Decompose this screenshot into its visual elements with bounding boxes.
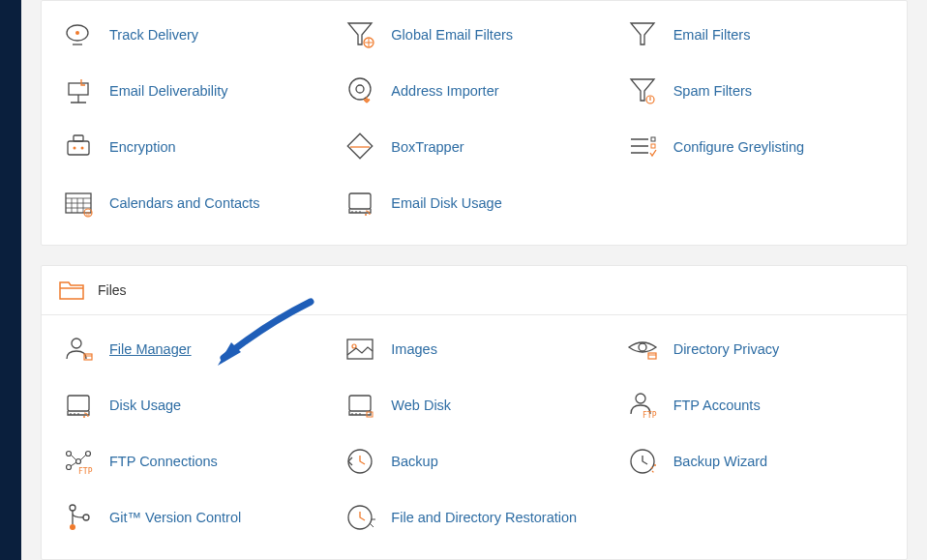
label: Directory Privacy <box>673 340 780 359</box>
label: Web Disk <box>391 397 451 415</box>
label: Images <box>391 340 437 359</box>
svg-text:FTP: FTP <box>643 411 657 420</box>
item-email-deliverability[interactable]: Email Deliverability <box>51 63 333 119</box>
ftp-connections-icon: FTP <box>59 445 98 478</box>
email-disk-usage-icon <box>341 187 379 220</box>
email-deliverability-icon <box>59 74 98 107</box>
web-disk-icon <box>341 389 379 422</box>
label: Disk Usage <box>109 397 181 415</box>
label: Backup <box>391 453 437 471</box>
label: Calendars and Contacts <box>109 194 260 213</box>
svg-rect-25 <box>68 396 89 411</box>
item-address-importer[interactable]: Address Importer <box>333 63 614 119</box>
svg-point-19 <box>72 339 81 348</box>
svg-point-26 <box>83 416 85 418</box>
files-grid: File Manager Images <box>42 315 907 559</box>
images-icon <box>341 333 379 366</box>
label: Global Email Filters <box>391 26 513 44</box>
svg-point-32 <box>86 452 91 457</box>
label: Address Importer <box>391 82 498 101</box>
files-title: Files <box>98 282 127 298</box>
svg-point-9 <box>74 147 76 150</box>
item-track-delivery[interactable]: Track Delivery <box>51 7 333 63</box>
ftp-accounts-icon: FTP <box>623 389 662 422</box>
track-delivery-icon <box>59 18 98 51</box>
label: File and Directory Restoration <box>391 509 577 527</box>
email-filters-icon <box>623 18 662 51</box>
item-web-disk[interactable]: Web Disk <box>333 377 614 433</box>
svg-point-40 <box>83 515 89 520</box>
svg-point-34 <box>67 465 72 470</box>
global-email-filters-icon <box>341 18 379 51</box>
item-configure-greylisting[interactable]: Configure Greylisting <box>615 119 897 175</box>
item-file-manager[interactable]: File Manager <box>51 321 333 377</box>
spam-filters-icon <box>623 74 662 107</box>
svg-rect-7 <box>68 141 89 155</box>
item-spam-filters[interactable]: Spam Filters <box>615 63 897 119</box>
files-folder-icon <box>59 280 84 301</box>
svg-point-22 <box>352 344 356 348</box>
label: BoxTrapper <box>391 138 464 157</box>
label: Track Delivery <box>109 26 198 44</box>
svg-text:FTP: FTP <box>78 467 93 476</box>
git-icon <box>59 501 98 534</box>
item-disk-usage[interactable]: Disk Usage <box>51 377 333 433</box>
boxtrapper-icon <box>341 131 379 163</box>
svg-point-31 <box>67 452 72 457</box>
svg-rect-13 <box>651 144 655 148</box>
item-images[interactable]: Images <box>333 321 614 377</box>
label: Encryption <box>109 138 176 157</box>
svg-rect-21 <box>347 339 373 359</box>
svg-rect-27 <box>349 396 371 411</box>
item-git-version-control[interactable]: Git™ Version Control <box>51 489 333 545</box>
files-panel: Files Fi <box>41 265 908 560</box>
file-manager-icon <box>59 333 98 366</box>
disk-usage-icon <box>59 389 98 422</box>
item-ftp-connections[interactable]: FTP FTP Connections <box>51 433 333 489</box>
directory-privacy-icon <box>623 333 662 366</box>
item-boxtrapper[interactable]: BoxTrapper <box>333 119 614 175</box>
file-directory-restoration-icon <box>341 501 379 534</box>
label: File Manager <box>109 340 192 359</box>
svg-text:@: @ <box>85 211 90 217</box>
item-email-disk-usage[interactable]: Email Disk Usage <box>333 175 614 231</box>
svg-rect-12 <box>651 137 655 141</box>
label: FTP Connections <box>109 453 218 471</box>
svg-point-29 <box>636 394 645 403</box>
item-email-filters[interactable]: Email Filters <box>615 7 897 63</box>
svg-point-18 <box>365 214 367 216</box>
item-global-email-filters[interactable]: Global Email Filters <box>333 7 614 63</box>
svg-point-1 <box>75 31 79 35</box>
label: Git™ Version Control <box>109 509 241 527</box>
item-calendars-contacts[interactable]: @ Calendars and Contacts <box>51 175 333 231</box>
item-encryption[interactable]: Encryption <box>51 119 333 175</box>
label: Email Filters <box>673 26 751 44</box>
item-directory-privacy[interactable]: Directory Privacy <box>615 321 897 377</box>
svg-point-4 <box>349 78 371 100</box>
backup-icon <box>341 445 379 478</box>
svg-point-38 <box>70 505 75 511</box>
svg-rect-24 <box>648 353 656 359</box>
svg-point-5 <box>356 85 364 93</box>
label: Spam Filters <box>673 82 752 101</box>
encryption-icon <box>59 131 98 163</box>
address-importer-icon <box>341 74 379 107</box>
backup-wizard-icon <box>623 445 662 478</box>
svg-rect-8 <box>74 135 83 141</box>
item-ftp-accounts[interactable]: FTP FTP Accounts <box>615 377 897 433</box>
item-file-directory-restoration[interactable]: File and Directory Restoration <box>333 489 614 545</box>
svg-rect-17 <box>349 193 371 209</box>
label: Configure Greylisting <box>673 138 804 157</box>
item-backup-wizard[interactable]: Backup Wizard <box>615 433 897 489</box>
label: Email Deliverability <box>109 82 227 101</box>
svg-point-39 <box>70 524 75 530</box>
svg-point-23 <box>639 343 646 351</box>
configure-greylisting-icon <box>623 131 662 163</box>
label: Email Disk Usage <box>391 194 501 213</box>
svg-point-33 <box>76 459 81 464</box>
files-header[interactable]: Files <box>42 266 907 315</box>
svg-rect-11 <box>348 133 373 158</box>
item-backup[interactable]: Backup <box>333 433 614 489</box>
email-panel: Track Delivery Global Email Filters <box>41 0 908 246</box>
label: FTP Accounts <box>673 397 761 415</box>
